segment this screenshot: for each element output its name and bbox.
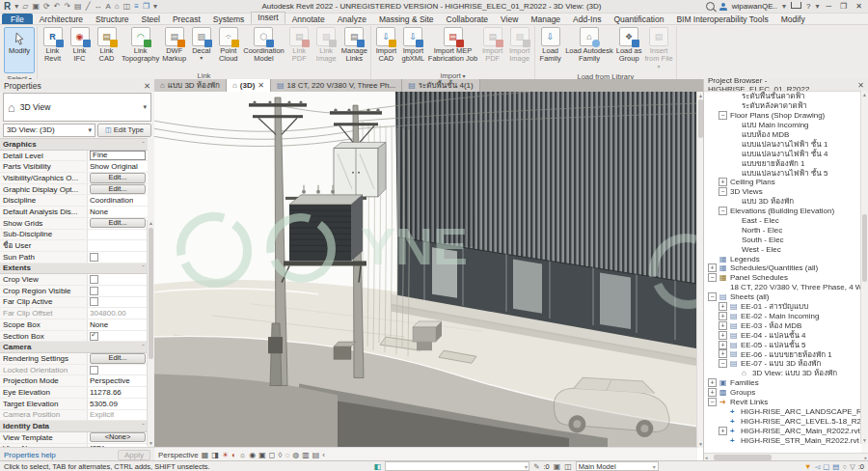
- ribbon-tab[interactable]: File: [2, 14, 33, 24]
- help-button[interactable]: ?: [806, 2, 810, 11]
- ribbon-button[interactable]: Import gbXML: [400, 26, 426, 65]
- qat-icon[interactable]: [74, 2, 82, 12]
- qat-icon[interactable]: [134, 2, 139, 12]
- view-tab[interactable]: (3D) ✕: [227, 79, 271, 92]
- ribbon-tab[interactable]: Architecture: [34, 14, 89, 24]
- ribbon-tab[interactable]: Precast: [167, 14, 206, 24]
- property-row[interactable]: Discipline Coordination: [0, 195, 148, 207]
- browser-tree-item[interactable]: 18 CT, 220 V/380 V, Three Phase, 4 Wires…: [704, 283, 861, 292]
- browser-tree-item[interactable]: North - Elec: [704, 225, 861, 235]
- close-button[interactable]: ✕: [854, 2, 864, 11]
- view-selector-dropdown[interactable]: 3D View: (3D) ▾: [3, 124, 95, 137]
- browser-tree-item[interactable]: Groups: [704, 388, 861, 398]
- 3d-viewport[interactable]: YNE: [154, 92, 697, 448]
- browser-tree-item[interactable]: 3D View: แบบ 3D ห้องพัก: [704, 369, 861, 378]
- property-row[interactable]: Identity Data: [0, 421, 148, 432]
- ribbon-tab[interactable]: Add-Ins: [567, 14, 607, 24]
- property-row[interactable]: Graphic Display Opt... Edit...: [0, 184, 148, 196]
- browser-tree-item[interactable]: South - Elec: [704, 235, 861, 244]
- property-row[interactable]: Default Analysis Dis... None: [0, 207, 148, 218]
- design-options-icon[interactable]: ▣: [554, 462, 561, 471]
- exclude-options-icon[interactable]: ▼: [804, 462, 811, 471]
- select-links-icon[interactable]: ◅: [814, 462, 820, 471]
- view-control-icon[interactable]: [285, 451, 289, 459]
- view-control-icon[interactable]: [278, 451, 282, 459]
- property-row[interactable]: Parts Visibility Show Original: [0, 161, 148, 173]
- browser-tree-item[interactable]: แบบขยายห้องพัก 1: [704, 158, 861, 168]
- ribbon-tab[interactable]: Annotate: [286, 14, 331, 24]
- qat-icon[interactable]: [43, 2, 50, 12]
- ribbon-button[interactable]: Link CAD: [94, 26, 120, 65]
- browser-tree-item[interactable]: EE-06 - แบบขยายห้องพัก 1: [704, 349, 861, 359]
- view-control-icon[interactable]: [222, 451, 229, 459]
- properties-close-icon[interactable]: ✕: [144, 81, 150, 91]
- browser-tree-item[interactable]: ระดับหลังคาดาดฟ้า: [704, 101, 861, 111]
- ribbon-button[interactable]: Import CAD: [373, 26, 399, 65]
- view-control-icon[interactable]: [202, 451, 209, 459]
- qat-icon[interactable]: [64, 2, 70, 12]
- search-icon[interactable]: [706, 2, 715, 11]
- ribbon-tab[interactable]: Structure: [90, 14, 135, 24]
- browser-tree-item[interactable]: East - Elec: [704, 216, 861, 226]
- ribbon-tab[interactable]: Modify: [775, 14, 811, 24]
- browser-tree-item[interactable]: Panel Schedules: [704, 273, 861, 283]
- browser-tree-item[interactable]: EE-02 - Main Incoming: [704, 311, 861, 320]
- ribbon-button[interactable]: DWF Markup: [161, 26, 187, 65]
- ribbon-button[interactable]: Load Autodesk Family: [564, 26, 614, 65]
- selection-filter-icon[interactable]: ▽: [850, 462, 855, 471]
- tree-expander-icon[interactable]: [719, 111, 727, 120]
- tree-expander-icon[interactable]: [719, 349, 727, 358]
- ribbon-button[interactable]: Coordination Model: [242, 26, 285, 65]
- editing-requests-icon[interactable]: ✎: [533, 462, 539, 471]
- ribbon-tab[interactable]: Manage: [525, 14, 566, 24]
- user-avatar-icon[interactable]: [719, 3, 727, 11]
- view-tab[interactable]: ระดับพื้นชั้น 4(1) ✕: [402, 79, 480, 92]
- property-row[interactable]: Graphics: [0, 139, 148, 151]
- apply-button[interactable]: Apply: [118, 450, 150, 460]
- restore-button[interactable]: ❐: [838, 2, 849, 11]
- property-row[interactable]: Extents: [0, 263, 148, 275]
- view-control-icon[interactable]: [322, 451, 325, 459]
- tree-expander-icon[interactable]: [719, 427, 727, 435]
- scale-label[interactable]: Perspective: [158, 451, 199, 459]
- help-caret-icon[interactable]: [815, 2, 819, 12]
- browser-tree-item[interactable]: แบบ Main Incoming: [704, 121, 861, 130]
- tree-expander-icon[interactable]: [708, 263, 717, 272]
- browser-tree-item[interactable]: Floor Plans (Shop Drawing): [704, 111, 861, 121]
- browser-tree-item[interactable]: แบบห้อง MDB: [704, 130, 861, 140]
- browser-tree-item[interactable]: HIGH-RISE_ARC_Main_R2022.rvt: [704, 426, 861, 435]
- browser-vertical-scrollbar[interactable]: ▲▼: [860, 91, 868, 444]
- ribbon-tab[interactable]: Steel: [136, 14, 166, 24]
- ribbon-button[interactable]: Load as Group: [615, 26, 643, 65]
- browser-tree-item[interactable]: ระดับพื้นชั้นดาดฟ้า: [704, 92, 861, 101]
- property-row[interactable]: Detail Level Fine: [0, 151, 148, 162]
- browser-tree-item[interactable]: Elevations (Building Elevation): [704, 207, 861, 216]
- link-status-icon[interactable]: ◫: [564, 462, 572, 471]
- tree-expander-icon[interactable]: [719, 187, 727, 196]
- property-row[interactable]: Section Box: [0, 331, 148, 343]
- tree-expander-icon[interactable]: [708, 292, 717, 301]
- worksets-status-icon[interactable]: ◧: [374, 462, 382, 471]
- select-pinned-icon[interactable]: ▤: [832, 462, 839, 471]
- browser-tree-item[interactable]: แบบแปลนงานไฟฟ้า ชั้น 5: [704, 168, 861, 178]
- property-row[interactable]: View Template <None>: [0, 432, 148, 444]
- view-control-icon[interactable]: [211, 451, 219, 459]
- tree-expander-icon[interactable]: [719, 207, 727, 215]
- qat-icon[interactable]: [153, 2, 157, 12]
- ribbon-button[interactable]: Manage Links: [340, 26, 368, 65]
- property-row[interactable]: Sub-Discipline: [0, 230, 148, 241]
- ribbon-tab[interactable]: Insert: [251, 12, 285, 24]
- tree-expander-icon[interactable]: [708, 398, 717, 406]
- browser-tree-item[interactable]: Schedules/Quantities (all): [704, 263, 861, 273]
- property-row[interactable]: Far Clip Active: [0, 297, 148, 309]
- ribbon-button[interactable]: Link IFC: [67, 26, 93, 65]
- ribbon-tab[interactable]: Analyze: [332, 14, 372, 24]
- qat-icon[interactable]: [115, 2, 120, 12]
- tree-expander-icon[interactable]: [719, 302, 727, 311]
- view-control-icon[interactable]: [258, 451, 266, 459]
- qat-icon[interactable]: [143, 2, 149, 12]
- property-row[interactable]: Target Elevation 5305.09: [0, 399, 148, 410]
- tree-expander-icon[interactable]: [719, 178, 727, 186]
- design-option-dropdown[interactable]: Main Model: [576, 461, 659, 471]
- tree-expander-icon[interactable]: [719, 359, 727, 368]
